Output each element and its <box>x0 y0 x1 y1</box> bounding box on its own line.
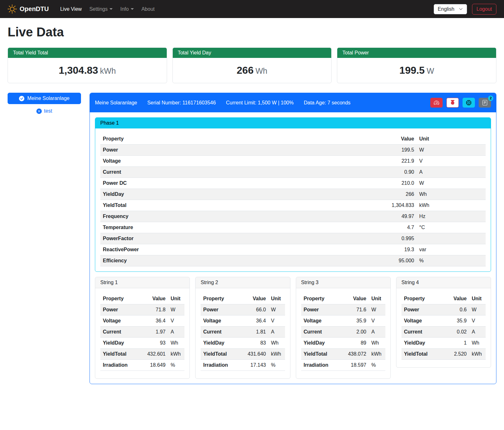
property-cell: Frequency <box>100 211 289 222</box>
column-header-value: Value <box>243 293 269 304</box>
summary-card-body: 1,304.83kWh <box>8 58 167 83</box>
power-button[interactable] <box>446 98 459 108</box>
value-cell: 0.6 <box>443 304 469 315</box>
value-cell: 221.9 <box>289 156 417 167</box>
property-cell: Power DC <box>100 178 289 189</box>
table-row: Irradiation18.597% <box>301 360 385 371</box>
property-cell: YieldDay <box>100 338 142 349</box>
table-row: Irradiation17.143% <box>201 360 285 371</box>
summary-card-header: Total Yield Day <box>173 48 332 58</box>
inverter-panel: Meine Solaranlage Serial Number: 1161716… <box>90 93 496 384</box>
property-cell: YieldTotal <box>201 349 242 360</box>
value-cell: 18.597 <box>343 360 369 371</box>
property-cell: Voltage <box>401 315 443 327</box>
inverter-select-test[interactable]: test <box>8 108 81 114</box>
value-cell: 66.0 <box>243 304 269 315</box>
unit-cell: % <box>369 360 385 371</box>
table-row: Current2.00A <box>301 327 385 338</box>
sun-icon <box>8 4 17 14</box>
logout-button[interactable]: Logout <box>472 4 496 15</box>
table-row: YieldDay266Wh <box>100 189 486 200</box>
value-cell: 17.143 <box>243 360 269 371</box>
nav-about[interactable]: About <box>138 4 159 15</box>
summary-card-header: Total Yield Total <box>8 48 167 58</box>
table-row: Voltage35.9V <box>401 315 486 327</box>
unit-cell: A <box>369 327 385 338</box>
value-cell: 432.601 <box>142 349 168 360</box>
summary-value: 199.5 <box>399 65 425 76</box>
unit-cell: Wh <box>168 338 184 349</box>
column-header-value: Value <box>443 293 469 304</box>
summary-unit: kWh <box>100 66 116 75</box>
value-cell: 1.97 <box>142 327 168 338</box>
event-count-badge: 2 <box>488 96 493 101</box>
inverter-select-label: Meine Solaranlage <box>27 96 69 101</box>
value-cell: 1.81 <box>243 327 269 338</box>
brand-link[interactable]: OpenDTU <box>8 4 49 14</box>
summary-unit: Wh <box>255 66 267 75</box>
property-cell: Irradiation <box>301 360 343 371</box>
unit-cell: W <box>168 304 184 315</box>
speedometer-icon <box>434 100 439 105</box>
value-cell: 2.520 <box>443 349 469 360</box>
table-row: Current1.81A <box>201 327 285 338</box>
unit-cell: kWh <box>369 349 385 360</box>
unit-cell <box>417 233 486 244</box>
unit-cell: V <box>417 156 486 167</box>
nav-live-view[interactable]: Live View <box>56 4 85 15</box>
value-cell: 36.4 <box>243 315 269 327</box>
value-cell: 18.649 <box>142 360 168 371</box>
unit-cell: A <box>269 327 285 338</box>
unit-cell: A <box>168 327 184 338</box>
limit-settings-button[interactable] <box>430 98 443 108</box>
column-header-property: Property <box>301 293 343 304</box>
summary-card-total-power: Total Power 199.5W <box>337 47 496 83</box>
property-cell: Power <box>100 304 142 315</box>
language-select-value: English <box>438 6 454 12</box>
inverter-name: Meine Solaranlage <box>95 100 137 106</box>
value-cell: 1,304.833 <box>289 200 417 211</box>
language-select[interactable]: English <box>434 4 467 14</box>
property-cell: Irradiation <box>100 360 142 371</box>
event-log-button[interactable]: 2 <box>479 98 491 108</box>
column-header-value: Value <box>289 134 417 145</box>
table-header-row: Property Value Unit <box>401 293 486 304</box>
table-row: YieldTotal432.601kWh <box>100 349 184 360</box>
nav-settings[interactable]: Settings <box>85 4 116 15</box>
summary-unit: W <box>426 66 434 75</box>
journal-icon <box>482 100 488 105</box>
inverter-link-label: test <box>44 108 52 114</box>
table-row: Temperature4.7°C <box>100 222 486 233</box>
string-card-body: Property Value Unit Power71.6WVoltage35.… <box>296 288 390 378</box>
nav-info[interactable]: Info <box>116 4 138 15</box>
table-row: Power DC210.0W <box>100 178 486 189</box>
phase-card-header: Phase 1 <box>95 118 491 128</box>
device-info-button[interactable] <box>463 98 475 108</box>
property-cell: Power <box>100 145 289 156</box>
inverter-select-meine-solaranlage[interactable]: Meine Solaranlage <box>8 93 81 104</box>
property-cell: Voltage <box>100 156 289 167</box>
value-cell: 89 <box>343 338 369 349</box>
property-cell: Current <box>100 327 142 338</box>
unit-cell: kWh <box>417 200 486 211</box>
inverter-panel-header: Meine Solaranlage Serial Number: 1161716… <box>90 93 496 112</box>
summary-card-header: Total Power <box>337 48 496 58</box>
table-row: Frequency49.97Hz <box>100 211 486 222</box>
unit-cell: var <box>417 244 486 255</box>
table-header-row: Property Value Unit <box>100 293 184 304</box>
table-row: Current0.02A <box>401 327 486 338</box>
unit-cell: kWh <box>469 349 486 360</box>
table-row: Voltage36.4V <box>201 315 285 327</box>
column-header-property: Property <box>100 134 289 145</box>
summary-card-body: 199.5W <box>337 58 496 83</box>
unit-cell: % <box>168 360 184 371</box>
unit-cell: A <box>469 327 486 338</box>
value-cell: 36.4 <box>142 315 168 327</box>
value-cell: 4.7 <box>289 222 417 233</box>
phase-table: Property Value Unit Power199.5WVoltage22… <box>100 134 486 266</box>
column-header-property: Property <box>201 293 242 304</box>
summary-card-total-yield-total: Total Yield Total 1,304.83kWh <box>8 47 167 83</box>
table-header-row: Property Value Unit <box>100 134 486 145</box>
property-cell: Voltage <box>201 315 242 327</box>
table-row: Voltage35.9V <box>301 315 385 327</box>
